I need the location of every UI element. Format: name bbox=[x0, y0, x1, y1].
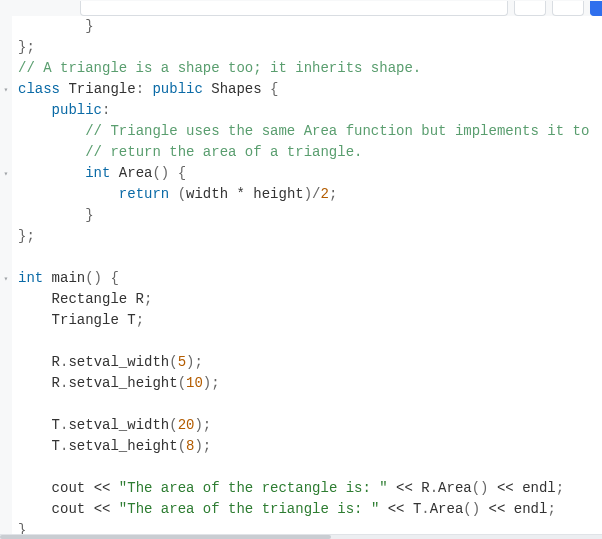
token-punct: }; bbox=[18, 39, 35, 55]
token-punct: } bbox=[85, 207, 93, 223]
token-id: setval_width bbox=[68, 354, 169, 370]
indent bbox=[18, 375, 52, 391]
token-op: << bbox=[94, 480, 119, 496]
code-line[interactable]: }; bbox=[12, 226, 602, 247]
indent bbox=[18, 312, 52, 328]
code-line[interactable]: T.setval_height(8); bbox=[12, 436, 602, 457]
code-line[interactable] bbox=[12, 247, 602, 268]
token-id: Area bbox=[430, 501, 464, 517]
indent bbox=[18, 207, 85, 223]
token-id: cout bbox=[52, 480, 94, 496]
code-line[interactable]: int main() { bbox=[12, 268, 602, 289]
fold-toggle-icon[interactable]: ▾ bbox=[2, 268, 10, 289]
indent bbox=[18, 396, 52, 412]
code-line[interactable]: int Area() { bbox=[12, 163, 602, 184]
fold-gutter: ▾▾▾ bbox=[0, 16, 12, 535]
indent bbox=[18, 291, 52, 307]
code-line[interactable]: }; bbox=[12, 37, 602, 58]
toolbar-button-1[interactable] bbox=[514, 1, 546, 16]
token-op: * bbox=[236, 186, 253, 202]
code-line[interactable]: cout << "The area of the triangle is: " … bbox=[12, 499, 602, 520]
token-punct: . bbox=[421, 501, 429, 517]
indent bbox=[18, 438, 52, 454]
code-line[interactable]: cout << "The area of the rectangle is: "… bbox=[12, 478, 602, 499]
token-cmnt: // Triangle uses the same Area function … bbox=[85, 123, 589, 139]
search-input[interactable] bbox=[80, 1, 508, 16]
code-line[interactable]: R.setval_height(10); bbox=[12, 373, 602, 394]
token-op: << bbox=[379, 501, 413, 517]
indent bbox=[18, 501, 52, 517]
token-id: main bbox=[52, 270, 86, 286]
indent bbox=[18, 354, 52, 370]
token-punct: () { bbox=[85, 270, 119, 286]
token-punct: { bbox=[270, 81, 278, 97]
toolbar-button-2[interactable] bbox=[552, 1, 584, 16]
token-id: setval_height bbox=[68, 375, 177, 391]
fold-toggle-icon[interactable]: ▾ bbox=[2, 79, 10, 100]
token-kw: class bbox=[18, 81, 68, 97]
token-punct: ; bbox=[556, 480, 564, 496]
token-id: Shapes bbox=[211, 81, 270, 97]
token-id: setval_height bbox=[68, 438, 177, 454]
token-punct: )/ bbox=[304, 186, 321, 202]
token-punct: ( bbox=[178, 186, 186, 202]
code-line[interactable] bbox=[12, 457, 602, 478]
token-punct: ; bbox=[329, 186, 337, 202]
code-line[interactable] bbox=[12, 331, 602, 352]
code-line[interactable]: Rectangle R; bbox=[12, 289, 602, 310]
indent bbox=[18, 165, 85, 181]
indent bbox=[18, 459, 52, 475]
indent bbox=[18, 123, 85, 139]
token-punct: ; bbox=[144, 291, 152, 307]
token-op: << bbox=[497, 480, 522, 496]
scrollbar-thumb[interactable] bbox=[0, 535, 331, 539]
token-punct: : bbox=[102, 102, 110, 118]
token-punct: () bbox=[472, 480, 497, 496]
code-line[interactable]: T.setval_width(20); bbox=[12, 415, 602, 436]
token-id: width bbox=[186, 186, 236, 202]
code-line[interactable]: R.setval_width(5); bbox=[12, 352, 602, 373]
code-line[interactable]: } bbox=[12, 205, 602, 226]
token-punct: : bbox=[136, 81, 153, 97]
code-line[interactable]: Triangle T; bbox=[12, 310, 602, 331]
token-kw: return bbox=[119, 186, 178, 202]
token-punct: () bbox=[463, 501, 488, 517]
horizontal-scrollbar[interactable] bbox=[0, 534, 602, 539]
token-id: Area bbox=[119, 165, 153, 181]
token-id: R bbox=[52, 375, 60, 391]
code-editor[interactable]: ▾▾▾ }};// A triangle is a shape too; it … bbox=[0, 16, 602, 535]
token-punct: . bbox=[430, 480, 438, 496]
code-line[interactable]: } bbox=[12, 16, 602, 37]
code-line[interactable]: return (width * height)/2; bbox=[12, 184, 602, 205]
token-punct: ( bbox=[169, 417, 177, 433]
token-punct: ( bbox=[178, 375, 186, 391]
token-id: endl bbox=[522, 480, 556, 496]
code-line[interactable]: // A triangle is a shape too; it inherit… bbox=[12, 58, 602, 79]
code-line[interactable]: public: bbox=[12, 100, 602, 121]
indent bbox=[18, 333, 52, 349]
toolbar-button-primary[interactable] bbox=[590, 1, 602, 16]
token-kw: int bbox=[85, 165, 119, 181]
token-punct: () { bbox=[152, 165, 186, 181]
token-num: 10 bbox=[186, 375, 203, 391]
token-punct: ); bbox=[203, 375, 220, 391]
fold-toggle-icon[interactable]: ▾ bbox=[2, 163, 10, 184]
token-id: height bbox=[253, 186, 303, 202]
code-line[interactable]: // return the area of a triangle. bbox=[12, 142, 602, 163]
indent bbox=[18, 417, 52, 433]
token-id: R bbox=[52, 354, 60, 370]
token-punct: ); bbox=[186, 354, 203, 370]
code-line[interactable]: // Triangle uses the same Area function … bbox=[12, 121, 602, 142]
token-kw: int bbox=[18, 270, 52, 286]
token-punct: ( bbox=[169, 354, 177, 370]
code-area[interactable]: }};// A triangle is a shape too; it inhe… bbox=[12, 16, 602, 535]
token-id: T bbox=[52, 417, 60, 433]
token-cmnt: // A triangle is a shape too; it inherit… bbox=[18, 60, 421, 76]
token-id: cout bbox=[52, 501, 94, 517]
token-punct: ); bbox=[194, 438, 211, 454]
code-line[interactable]: class Triangle: public Shapes { bbox=[12, 79, 602, 100]
indent bbox=[18, 480, 52, 496]
code-line[interactable] bbox=[12, 394, 602, 415]
token-kw: public bbox=[152, 81, 211, 97]
token-kw: public bbox=[52, 102, 102, 118]
